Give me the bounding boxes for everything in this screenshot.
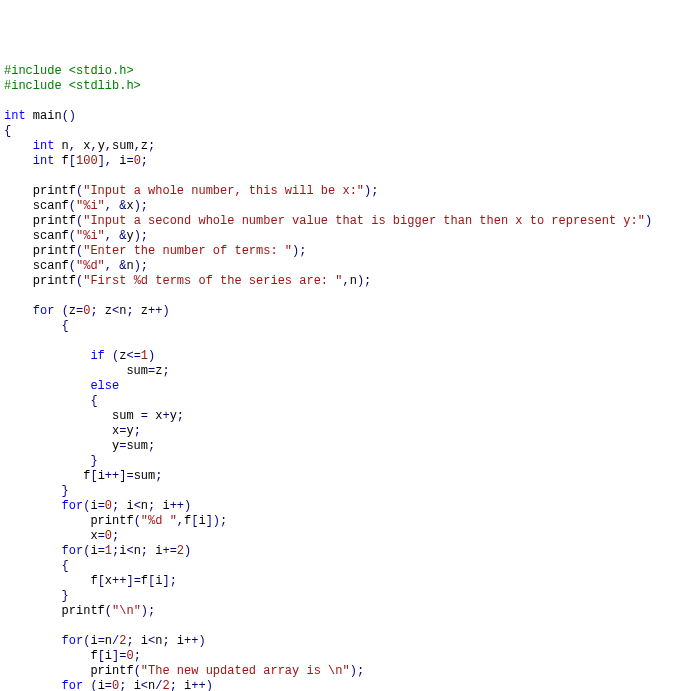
code-token: f bbox=[54, 154, 68, 168]
code-token: i bbox=[90, 544, 97, 558]
code-token: ; bbox=[364, 274, 371, 288]
code-line bbox=[4, 619, 692, 634]
code-token: "%d" bbox=[76, 259, 105, 273]
code-token: ++]= bbox=[112, 574, 141, 588]
code-token: ; bbox=[141, 229, 148, 243]
code-token: sum bbox=[4, 409, 141, 423]
code-token: y bbox=[4, 439, 119, 453]
code-token: ; bbox=[162, 364, 169, 378]
code-token: n bbox=[54, 139, 68, 153]
code-token: x bbox=[105, 574, 112, 588]
code-token: "The new updated array is \n" bbox=[141, 664, 350, 678]
code-token: < bbox=[134, 499, 141, 513]
code-token: ++]= bbox=[105, 469, 134, 483]
code-token: i bbox=[177, 679, 191, 691]
code-token: x bbox=[4, 424, 119, 438]
code-token: = bbox=[98, 499, 105, 513]
code-line: for(i=n/2; i<n; i++) bbox=[4, 634, 692, 649]
code-token: ++ bbox=[148, 304, 162, 318]
code-token: else bbox=[90, 379, 119, 393]
code-token: printf bbox=[4, 664, 134, 678]
code-token: [ bbox=[90, 469, 97, 483]
code-line: printf("Input a whole number, this will … bbox=[4, 184, 692, 199]
code-line: } bbox=[4, 484, 692, 499]
code-token: i bbox=[98, 679, 105, 691]
code-token: 2 bbox=[177, 544, 184, 558]
code-token: y bbox=[170, 409, 177, 423]
code-token: ( bbox=[69, 199, 76, 213]
code-token: z bbox=[69, 304, 76, 318]
code-token: = bbox=[98, 634, 105, 648]
code-token: i bbox=[126, 679, 140, 691]
code-token: ; bbox=[170, 679, 177, 691]
code-line: if (z<=1) bbox=[4, 349, 692, 364]
code-token bbox=[4, 304, 33, 318]
code-token: () bbox=[62, 109, 76, 123]
code-token: , & bbox=[105, 259, 127, 273]
code-token: sum bbox=[112, 139, 134, 153]
code-token: ; bbox=[155, 469, 162, 483]
code-token: , bbox=[342, 274, 349, 288]
code-token bbox=[4, 484, 62, 498]
code-token: i bbox=[148, 544, 162, 558]
code-line: sum=z; bbox=[4, 364, 692, 379]
code-token: ++ bbox=[170, 499, 184, 513]
code-token: [ bbox=[98, 574, 105, 588]
code-token: printf bbox=[4, 214, 76, 228]
code-token: for bbox=[62, 499, 84, 513]
code-token bbox=[4, 589, 62, 603]
code-token: { bbox=[62, 319, 69, 333]
code-token: { bbox=[4, 124, 11, 138]
code-line: { bbox=[4, 559, 692, 574]
code-token: ; bbox=[141, 199, 148, 213]
code-token: printf bbox=[4, 274, 76, 288]
code-token: ; bbox=[141, 259, 148, 273]
code-line: for (i=0; i<n/2; i++) bbox=[4, 679, 692, 691]
code-token: = bbox=[126, 154, 133, 168]
code-token: "\n" bbox=[112, 604, 141, 618]
code-token: ) bbox=[198, 634, 205, 648]
code-token: ; bbox=[177, 409, 184, 423]
code-token: ; bbox=[126, 304, 133, 318]
code-token: printf bbox=[4, 604, 105, 618]
code-token: } bbox=[62, 484, 69, 498]
code-token: , bbox=[177, 514, 184, 528]
code-token bbox=[4, 319, 62, 333]
code-line: printf("\n"); bbox=[4, 604, 692, 619]
code-token: i bbox=[112, 154, 126, 168]
code-token: printf bbox=[4, 244, 76, 258]
code-token: i bbox=[90, 499, 97, 513]
code-token: ; bbox=[126, 634, 133, 648]
code-line: f[i]=0; bbox=[4, 649, 692, 664]
code-token: n bbox=[126, 259, 133, 273]
code-line: printf("%d ",f[i]); bbox=[4, 514, 692, 529]
code-token: sum bbox=[126, 439, 148, 453]
code-token: { bbox=[62, 559, 69, 573]
code-token bbox=[4, 679, 62, 691]
code-token: ( bbox=[90, 679, 97, 691]
code-line: int main() bbox=[4, 109, 692, 124]
code-token: ( bbox=[134, 514, 141, 528]
code-token: y bbox=[126, 229, 133, 243]
code-token: ; bbox=[134, 649, 141, 663]
code-token: ++ bbox=[184, 634, 198, 648]
code-token: 0 bbox=[105, 499, 112, 513]
code-token: x bbox=[76, 139, 90, 153]
code-line: else bbox=[4, 379, 692, 394]
code-token: < bbox=[126, 544, 133, 558]
code-line: printf("Enter the number of terms: "); bbox=[4, 244, 692, 259]
code-token: f bbox=[4, 649, 98, 663]
code-token: 0 bbox=[134, 154, 141, 168]
code-line: { bbox=[4, 319, 692, 334]
code-token: int bbox=[4, 109, 26, 123]
code-token: , bbox=[105, 139, 112, 153]
code-token: "Input a whole number, this will be x:" bbox=[83, 184, 364, 198]
code-line: for(i=1;i<n; i+=2) bbox=[4, 544, 692, 559]
code-token: i bbox=[98, 469, 105, 483]
code-token bbox=[4, 544, 62, 558]
code-token: ; bbox=[112, 529, 119, 543]
code-token: int bbox=[33, 139, 55, 153]
code-line bbox=[4, 169, 692, 184]
code-token: <= bbox=[126, 349, 140, 363]
code-token: i bbox=[105, 649, 112, 663]
